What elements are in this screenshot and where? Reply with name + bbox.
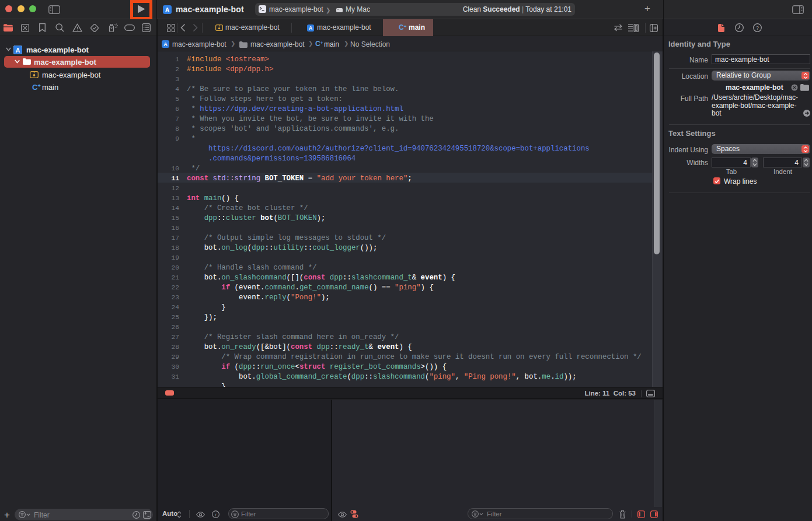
svg-text:i: i: [215, 512, 217, 517]
svg-text:A: A: [165, 6, 170, 13]
svg-text:?: ?: [756, 25, 759, 31]
svg-text:A: A: [163, 41, 168, 47]
svg-text:A: A: [16, 47, 20, 54]
svg-text:A: A: [309, 25, 312, 31]
